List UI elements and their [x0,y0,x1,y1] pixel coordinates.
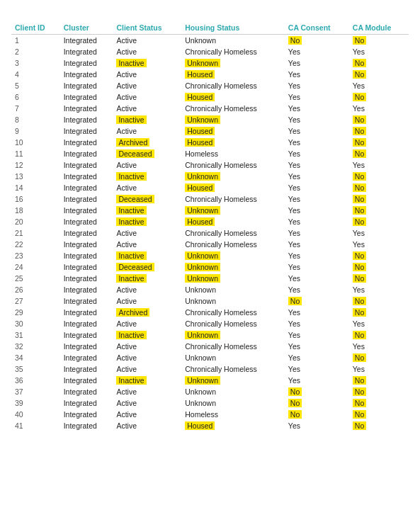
cell-client-id: 13 [11,171,60,182]
table-row: 30IntegratedActiveChronically HomelessYe… [11,318,409,329]
cell-ca-consent: Yes [285,80,349,91]
cell-cluster: Integrated [60,284,113,295]
cell-ca-consent: Yes [285,148,349,159]
table-row: 36IntegratedInactiveUnknownYesNo [11,375,409,386]
cell-client-status: Inactive [113,250,181,261]
cell-client-status: Active [113,46,181,57]
cell-ca-consent: No [285,409,349,420]
cell-cluster: Integrated [60,295,113,307]
cell-client-status: Active [113,125,181,137]
cell-housing-status: Unknown [181,352,285,363]
cell-client-status: Active [113,295,181,307]
cell-client-status: Archived [113,307,181,318]
cell-ca-consent: No [285,397,349,409]
cell-client-id: 20 [11,216,60,227]
cell-client-status: Deceased [113,148,181,159]
col-cluster: Cluster [60,21,113,35]
cell-client-status: Deceased [113,193,181,205]
cell-cluster: Integrated [60,386,113,397]
cell-housing-status: Chronically Homeless [181,80,285,91]
cell-client-status: Active [113,227,181,239]
cell-client-id: 34 [11,352,60,363]
table-header-row: Client ID Cluster Client Status Housing … [11,21,409,35]
cell-cluster: Integrated [60,182,113,193]
cell-client-status: Active [113,284,181,295]
cell-ca-consent: Yes [285,216,349,227]
cell-ca-consent: Yes [285,284,349,295]
cell-housing-status: Unknown [181,205,285,216]
cell-client-status: Active [113,397,181,409]
cell-housing-status: Chronically Homeless [181,46,285,57]
cell-cluster: Integrated [60,80,113,91]
cell-ca-module: No [349,261,409,273]
cell-ca-module: No [349,57,409,69]
table-row: 25IntegratedInactiveUnknownYesNo [11,273,409,284]
table-row: 1IntegratedActiveUnknownNoNo [11,35,409,47]
cell-cluster: Integrated [60,363,113,375]
cell-cluster: Integrated [60,409,113,420]
cell-housing-status: Unknown [181,329,285,341]
cell-cluster: Integrated [60,307,113,318]
cell-housing-status: Housed [181,420,285,431]
cell-cluster: Integrated [60,114,113,125]
cell-housing-status: Chronically Homeless [181,227,285,239]
cell-cluster: Integrated [60,318,113,329]
cell-ca-module: Yes [349,227,409,239]
table-row: 32IntegratedActiveChronically HomelessYe… [11,341,409,352]
cell-ca-module: No [349,193,409,205]
cell-ca-module: Yes [349,341,409,352]
cell-client-id: 18 [11,205,60,216]
cell-ca-module: No [349,148,409,159]
col-housing-status: Housing Status [181,21,285,35]
cell-housing-status: Housed [181,69,285,80]
cell-ca-module: No [349,420,409,431]
cell-housing-status: Chronically Homeless [181,363,285,375]
table-row: 8IntegratedInactiveUnknownYesNo [11,114,409,125]
cell-housing-status: Housed [181,216,285,227]
cell-ca-consent: Yes [285,250,349,261]
cell-client-id: 25 [11,273,60,284]
cell-cluster: Integrated [60,69,113,80]
cell-ca-module: Yes [349,46,409,57]
table-row: 39IntegratedActiveUnknownNoNo [11,397,409,409]
cell-housing-status: Unknown [181,35,285,47]
cell-client-status: Active [113,80,181,91]
table-row: 21IntegratedActiveChronically HomelessYe… [11,227,409,239]
cell-cluster: Integrated [60,171,113,182]
cell-client-status: Active [113,103,181,114]
cell-cluster: Integrated [60,159,113,171]
audit-table: Client ID Cluster Client Status Housing … [11,21,409,431]
table-row: 31IntegratedInactiveUnknownYesNo [11,329,409,341]
cell-cluster: Integrated [60,125,113,137]
cell-cluster: Integrated [60,397,113,409]
cell-client-id: 5 [11,80,60,91]
table-row: 14IntegratedActiveHousedYesNo [11,182,409,193]
cell-client-status: Active [113,35,181,47]
cell-ca-consent: Yes [285,137,349,148]
cell-housing-status: Housed [181,182,285,193]
cell-cluster: Integrated [60,227,113,239]
cell-client-id: 41 [11,420,60,431]
cell-ca-module: No [349,397,409,409]
cell-ca-module: No [349,375,409,386]
col-client-status: Client Status [113,21,181,35]
cell-ca-module: No [349,250,409,261]
cell-housing-status: Unknown [181,284,285,295]
table-row: 10IntegratedArchivedHousedYesNo [11,137,409,148]
table-row: 40IntegratedActiveHomelessNoNo [11,409,409,420]
cell-ca-consent: Yes [285,57,349,69]
cell-cluster: Integrated [60,239,113,250]
cell-cluster: Integrated [60,91,113,103]
cell-cluster: Integrated [60,46,113,57]
cell-ca-consent: Yes [285,341,349,352]
cell-cluster: Integrated [60,216,113,227]
table-row: 34IntegratedActiveUnknownYesNo [11,352,409,363]
table-row: 23IntegratedInactiveUnknownYesNo [11,250,409,261]
cell-ca-consent: Yes [285,420,349,431]
table-row: 24IntegratedDeceasedUnknownYesNo [11,261,409,273]
cell-cluster: Integrated [60,103,113,114]
cell-client-status: Active [113,386,181,397]
col-client-id: Client ID [11,21,60,35]
cell-housing-status: Unknown [181,57,285,69]
cell-client-id: 10 [11,137,60,148]
